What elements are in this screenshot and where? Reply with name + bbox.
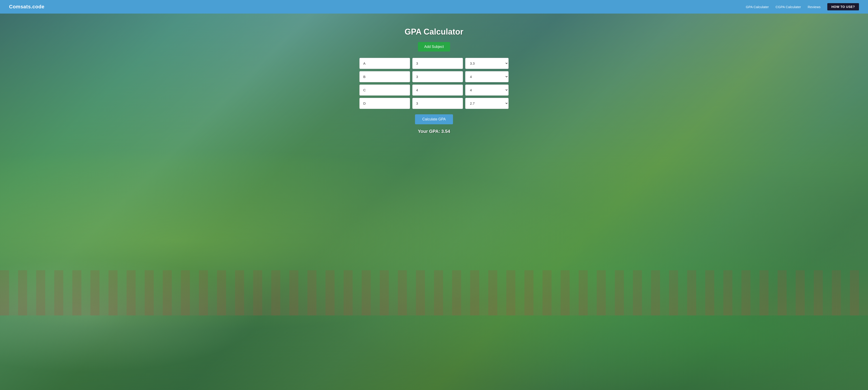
page-title: GPA Calculator — [360, 27, 508, 37]
table-row: 3.3 4.0 3.7 3.0 2.7 2.3 2.0 1.7 1.3 1.0 … — [360, 58, 508, 69]
subject-name-input-2[interactable] — [360, 71, 410, 82]
subject-name-input-4[interactable] — [360, 98, 410, 109]
grade-select-4[interactable]: 2.7 4.0 3.7 3.3 3.0 2.3 2.0 1.7 1.3 1.0 … — [465, 98, 508, 109]
nav-cgpa-calculator[interactable]: CGPA Calculater — [776, 5, 801, 9]
hero-content: GPA Calculator Add Subject 3.3 4.0 3.7 3… — [355, 27, 513, 134]
site-logo: Comsats.code — [9, 4, 44, 10]
nav-gpa-calculator[interactable]: GPA Calculater — [746, 5, 769, 9]
nav-reviews[interactable]: Reviews — [808, 5, 820, 9]
subject-name-input-1[interactable] — [360, 58, 410, 69]
credit-hours-input-4[interactable] — [412, 98, 463, 109]
subject-name-input-3[interactable] — [360, 85, 410, 96]
hero-section: GPA Calculator Add Subject 3.3 4.0 3.7 3… — [0, 13, 868, 390]
table-row: 4 3.7 3.3 3.0 2.7 2.3 2.0 1.7 1.3 1.0 0.… — [360, 85, 508, 96]
table-row: 2.7 4.0 3.7 3.3 3.0 2.3 2.0 1.7 1.3 1.0 … — [360, 98, 508, 109]
credit-hours-input-2[interactable] — [412, 71, 463, 82]
credit-hours-input-1[interactable] — [412, 58, 463, 69]
grade-select-1[interactable]: 3.3 4.0 3.7 3.0 2.7 2.3 2.0 1.7 1.3 1.0 … — [465, 58, 508, 69]
add-subject-button[interactable]: Add Subject — [418, 42, 450, 52]
grade-select-3[interactable]: 4 3.7 3.3 3.0 2.7 2.3 2.0 1.7 1.3 1.0 0.… — [465, 85, 508, 96]
grade-select-2[interactable]: 4 3.7 3.3 3.0 2.7 2.3 2.0 1.7 1.3 1.0 0.… — [465, 71, 508, 82]
table-row: 4 3.7 3.3 3.0 2.7 2.3 2.0 1.7 1.3 1.0 0.… — [360, 71, 508, 82]
main-nav: GPA Calculater CGPA Calculater Reviews H… — [746, 3, 859, 10]
credit-hours-input-3[interactable] — [412, 85, 463, 96]
calculate-gpa-button[interactable]: Calculate GPA — [415, 114, 453, 124]
subjects-container: 3.3 4.0 3.7 3.0 2.7 2.3 2.0 1.7 1.3 1.0 … — [360, 58, 508, 109]
how-to-use-button[interactable]: HOW TO USE? — [827, 3, 859, 10]
main-header: Comsats.code GPA Calculater CGPA Calcula… — [0, 0, 868, 13]
gpa-result: Your GPA: 3.54 — [360, 129, 508, 134]
